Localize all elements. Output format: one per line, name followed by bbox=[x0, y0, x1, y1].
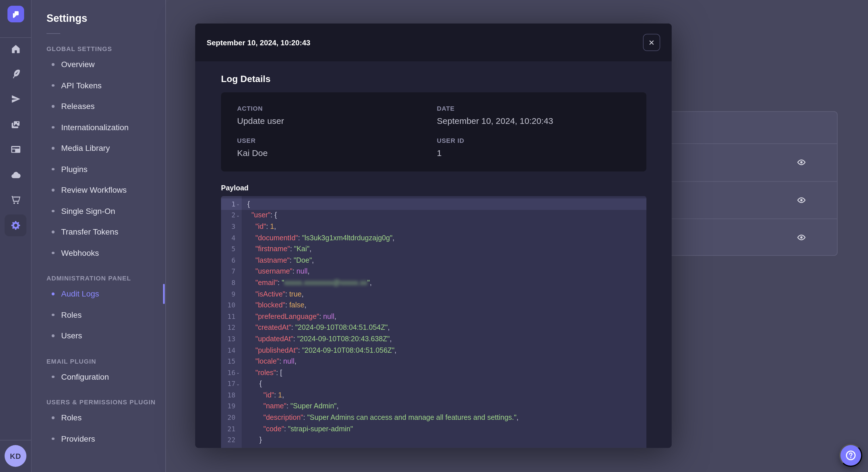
detail-label: USER ID bbox=[437, 137, 630, 144]
sidebar-item-providers[interactable]: Providers bbox=[32, 428, 165, 449]
line-gutter[interactable]: 2⌄ bbox=[221, 210, 242, 221]
code-line[interactable]: 8 "email": "xxxxx.xxxxxxxx@xxxxx.xx", bbox=[221, 277, 646, 288]
layout-icon[interactable] bbox=[9, 142, 22, 156]
sidebar-item-roles[interactable]: Roles bbox=[32, 407, 165, 428]
line-gutter[interactable]: 22 bbox=[221, 434, 242, 446]
line-gutter[interactable]: 13 bbox=[221, 333, 242, 344]
payload-label: Payload bbox=[221, 184, 646, 192]
code-line[interactable]: 1⌄{ bbox=[221, 198, 646, 210]
line-gutter[interactable]: 15 bbox=[221, 356, 242, 367]
line-gutter[interactable]: 3 bbox=[221, 221, 242, 232]
sidebar-item-label: Media Library bbox=[61, 144, 110, 153]
sidebar-item-roles[interactable]: Roles bbox=[32, 304, 165, 325]
sidebar-item-audit-logs[interactable]: Audit Logs bbox=[32, 283, 165, 304]
code-line[interactable]: 23 ] bbox=[221, 446, 646, 448]
code-line[interactable]: 12 "createdAt": "2024-09-10T08:04:51.054… bbox=[221, 322, 646, 333]
line-gutter[interactable]: 12 bbox=[221, 322, 242, 333]
help-button[interactable] bbox=[839, 444, 862, 467]
code-text: "user": { bbox=[242, 210, 646, 221]
sidebar-item-media-library[interactable]: Media Library bbox=[32, 138, 165, 159]
bullet-icon bbox=[52, 105, 54, 107]
log-details-heading: Log Details bbox=[221, 74, 646, 84]
sidebar-item-review-workflows[interactable]: Review Workflows bbox=[32, 179, 165, 200]
user-avatar[interactable]: KD bbox=[5, 445, 26, 467]
line-gutter[interactable]: 10 bbox=[221, 300, 242, 311]
sidebar-item-plugins[interactable]: Plugins bbox=[32, 159, 165, 179]
code-line[interactable]: 4 "documentId": "ls3uk3g1xm4ltdrdugzajg0… bbox=[221, 232, 646, 243]
code-line[interactable]: 5 "firstname": "Kai", bbox=[221, 243, 646, 255]
code-line[interactable]: 10 "blocked": false, bbox=[221, 300, 646, 311]
line-gutter[interactable]: 11 bbox=[221, 311, 242, 322]
fold-chevron-icon[interactable]: ⌄ bbox=[236, 381, 241, 386]
close-button[interactable]: ✕ bbox=[643, 34, 660, 51]
send-icon[interactable] bbox=[9, 92, 22, 106]
code-line[interactable]: 22 } bbox=[221, 434, 646, 446]
code-line[interactable]: 19 "name": "Super Admin", bbox=[221, 401, 646, 412]
sidebar-item-transfer-tokens[interactable]: Transfer Tokens bbox=[32, 222, 165, 242]
line-number: 12 bbox=[227, 324, 236, 332]
line-gutter[interactable]: 20 bbox=[221, 412, 242, 423]
eye-icon[interactable] bbox=[794, 192, 809, 208]
icon-rail: KD bbox=[0, 0, 32, 472]
line-gutter[interactable]: 6 bbox=[221, 255, 242, 266]
code-line[interactable]: 9 "isActive": true, bbox=[221, 289, 646, 300]
fold-chevron-icon[interactable]: ⌄ bbox=[236, 202, 241, 207]
cloud-icon[interactable] bbox=[9, 168, 22, 182]
sidebar-item-internationalization[interactable]: Internationalization bbox=[32, 117, 165, 138]
sidebar-item-releases[interactable]: Releases bbox=[32, 96, 165, 117]
fold-chevron-icon[interactable]: ⌄ bbox=[236, 370, 241, 375]
code-text: "code": "strapi-super-admin" bbox=[242, 423, 646, 434]
eye-icon[interactable] bbox=[794, 230, 809, 246]
feather-icon[interactable] bbox=[9, 67, 22, 80]
cart-icon[interactable] bbox=[9, 193, 22, 207]
line-gutter[interactable]: 21 bbox=[221, 423, 242, 434]
eye-icon[interactable] bbox=[794, 155, 809, 171]
bullet-icon bbox=[52, 313, 54, 316]
code-line[interactable]: 14 "publishedAt": "2024-09-10T08:04:51.0… bbox=[221, 344, 646, 356]
line-gutter[interactable]: 4 bbox=[221, 232, 242, 243]
code-line[interactable]: 2⌄ "user": { bbox=[221, 210, 646, 221]
code-line[interactable]: 17⌄ { bbox=[221, 378, 646, 390]
payload-code-editor[interactable]: 1⌄{2⌄ "user": {3 "id": 1,4 "documentId":… bbox=[221, 196, 646, 448]
sidebar-item-overview[interactable]: Overview bbox=[32, 54, 165, 75]
line-gutter[interactable]: 1⌄ bbox=[221, 198, 242, 210]
line-gutter[interactable]: 16⌄ bbox=[221, 367, 242, 378]
strapi-logo[interactable] bbox=[7, 6, 24, 22]
code-line[interactable]: 7 "username": null, bbox=[221, 266, 646, 277]
code-line[interactable]: 11 "preferedLanguage": null, bbox=[221, 311, 646, 322]
line-gutter[interactable]: 14 bbox=[221, 344, 242, 356]
line-gutter[interactable]: 5 bbox=[221, 243, 242, 255]
line-gutter[interactable]: 19 bbox=[221, 401, 242, 412]
main-content: September 10, 2024, 10:20:43 ✕ Log Detai… bbox=[166, 0, 868, 472]
sidebar-section-label: ADMINISTRATION PANEL bbox=[32, 273, 165, 283]
code-line[interactable]: 3 "id": 1, bbox=[221, 221, 646, 232]
sidebar-item-configuration[interactable]: Configuration bbox=[32, 366, 165, 387]
rail-separator-top bbox=[0, 37, 31, 38]
sidebar-item-api-tokens[interactable]: API Tokens bbox=[32, 75, 165, 96]
code-line[interactable]: 6 "lastname": "Doe", bbox=[221, 255, 646, 266]
line-gutter[interactable]: 18 bbox=[221, 390, 242, 401]
code-line[interactable]: 16⌄ "roles": [ bbox=[221, 367, 646, 378]
home-icon[interactable] bbox=[9, 42, 22, 56]
bullet-icon bbox=[52, 63, 54, 66]
sidebar-item-users[interactable]: Users bbox=[32, 325, 165, 346]
code-line[interactable]: 15 "locale": null, bbox=[221, 356, 646, 367]
settings-gear-active[interactable] bbox=[5, 214, 26, 236]
sidebar-item-label: Roles bbox=[61, 310, 82, 319]
code-line[interactable]: 18 "id": 1, bbox=[221, 390, 646, 401]
line-gutter[interactable]: 8 bbox=[221, 277, 242, 288]
line-gutter[interactable]: 17⌄ bbox=[221, 378, 242, 390]
sidebar-item-single-sign-on[interactable]: Single Sign-On bbox=[32, 200, 165, 222]
line-gutter[interactable]: 23 bbox=[221, 446, 242, 448]
line-gutter[interactable]: 9 bbox=[221, 289, 242, 300]
code-line[interactable]: 20 "description": "Super Admins can acce… bbox=[221, 412, 646, 423]
fold-chevron-icon[interactable]: ⌄ bbox=[236, 213, 241, 218]
code-line[interactable]: 13 "updatedAt": "2024-09-10T08:20:43.638… bbox=[221, 333, 646, 344]
media-library-icon[interactable] bbox=[9, 117, 22, 131]
sidebar-item-webhooks[interactable]: Webhooks bbox=[32, 242, 165, 263]
sidebar-nav: GLOBAL SETTINGSOverviewAPI TokensRelease… bbox=[32, 43, 165, 449]
line-gutter[interactable]: 7 bbox=[221, 266, 242, 277]
code-line[interactable]: 21 "code": "strapi-super-admin" bbox=[221, 423, 646, 434]
line-number: 15 bbox=[227, 357, 236, 365]
sidebar-section-label: EMAIL PLUGIN bbox=[32, 356, 165, 366]
